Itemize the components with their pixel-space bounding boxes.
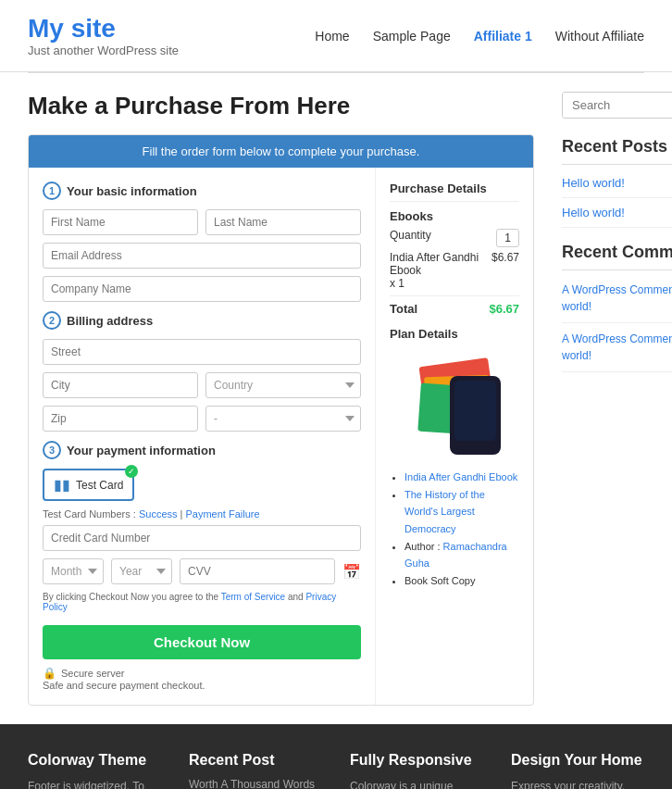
zip-row: -: [43, 406, 361, 432]
site-tagline: Just another WordPress site: [28, 44, 179, 57]
nav-without-affiliate[interactable]: Without Affiliate: [555, 29, 644, 44]
name-row: [43, 209, 361, 235]
bullet4: Book Soft Copy: [404, 572, 519, 590]
checkout-button[interactable]: Checkout Now: [43, 625, 361, 659]
form-header-bar: Fill the order form below to complete yo…: [29, 135, 533, 168]
footer-col3: Fully Responsive Colorway is a unique re…: [350, 752, 483, 789]
page-title: Make a Purchase From Here: [28, 92, 534, 120]
footer-col1-title: Colorway Theme: [28, 752, 161, 769]
plan-details-title: Plan Details: [390, 327, 519, 341]
dash-select[interactable]: -: [205, 406, 361, 432]
site-title: My site: [28, 14, 179, 44]
footer-col3-title: Fully Responsive: [350, 752, 483, 769]
nav-affiliate1[interactable]: Affiliate 1: [474, 29, 532, 44]
terms-text: By clicking Checkout Now you agree to th…: [43, 592, 361, 612]
terms-link[interactable]: Term of Service: [221, 592, 285, 602]
step1-label: Your basic information: [67, 184, 197, 198]
sidebar: 🔍 Recent Posts Hello world! Hello world!…: [562, 92, 672, 706]
site-header: My site Just another WordPress site Home…: [0, 0, 672, 72]
footer-col3-text: Colorway is a unique responsive WordPres…: [350, 778, 483, 789]
ebook-visual: [390, 348, 519, 469]
email-row: [43, 243, 361, 269]
product-price: $6.67: [492, 251, 519, 292]
bullet2: The History of the World's Largest Democ…: [404, 486, 519, 538]
search-box: 🔍: [562, 92, 672, 119]
main-nav: Home Sample Page Affiliate 1 Without Aff…: [315, 29, 644, 44]
cc-number-input[interactable]: [43, 525, 361, 551]
street-input[interactable]: [43, 339, 361, 365]
step3-header: 3 Your payment information: [43, 441, 361, 459]
purchase-details-title: Purchase Details: [390, 182, 519, 202]
quantity-label: Quantity: [390, 229, 431, 247]
bullet1: India After Gandhi Ebook: [404, 469, 519, 486]
phone-screen: [454, 381, 496, 441]
month-select[interactable]: Month: [43, 558, 104, 584]
first-name-input[interactable]: [43, 209, 198, 235]
card-label: Test Card: [76, 479, 123, 492]
nav-sample-page[interactable]: Sample Page: [373, 29, 451, 44]
company-input[interactable]: [43, 276, 361, 302]
footer-col1: Colorway Theme Footer is widgetized. To …: [28, 752, 161, 789]
content-wrapper: Make a Purchase From Here Fill the order…: [0, 73, 672, 724]
company-row: [43, 276, 361, 302]
calendar-icon: 📅: [342, 558, 361, 584]
footer-col4-title: Design Your Home: [511, 752, 644, 769]
city-input[interactable]: [43, 372, 198, 398]
comment1-author[interactable]: A WordPress Commenter: [562, 283, 672, 296]
email-input[interactable]: [43, 243, 361, 269]
cvv-input[interactable]: [180, 558, 335, 584]
comment-2: A WordPress Commenter on Hello world!: [562, 331, 672, 372]
country-select[interactable]: Country: [205, 372, 361, 398]
sidebar-post-2[interactable]: Hello world!: [562, 206, 672, 228]
zip-input[interactable]: [43, 406, 198, 432]
total-row: Total $6.67: [390, 295, 519, 316]
step1-circle: 1: [43, 182, 61, 200]
ebooks-label: Ebooks: [390, 209, 519, 223]
purchase-box: Fill the order form below to complete yo…: [28, 134, 534, 706]
lock-icon: 🔒: [43, 667, 56, 680]
book-stack: [408, 362, 501, 455]
step1-header: 1 Your basic information: [43, 182, 361, 200]
credit-card-icon: ▮▮: [54, 476, 70, 494]
year-select[interactable]: Year: [111, 558, 172, 584]
footer-main: Colorway Theme Footer is widgetized. To …: [0, 724, 672, 789]
card-details-row: Month Year 📅: [43, 558, 361, 584]
test-card-button[interactable]: ▮▮ Test Card ✓: [43, 469, 134, 501]
cc-row: [43, 525, 361, 551]
failure-link[interactable]: Payment Failure: [186, 508, 260, 520]
total-label: Total: [390, 302, 417, 316]
footer-col4-text: Express your creativity, find inspiratio…: [511, 778, 644, 789]
comment2-author[interactable]: A WordPress Commenter: [562, 332, 672, 345]
bullet3: Author : Ramachandra Guha: [404, 538, 519, 572]
sidebar-post-1[interactable]: Hello world!: [562, 176, 672, 198]
quantity-row: Quantity 1: [390, 229, 519, 247]
footer-col1-text: Footer is widgetized. To setup the foote…: [28, 778, 161, 789]
footer-col2-link1[interactable]: Worth A Thousand Words: [189, 778, 322, 789]
secure-server: 🔒 Secure server: [43, 667, 361, 680]
safe-text: Safe and secure payment checkout.: [43, 680, 361, 691]
plan-bullet-list: India After Gandhi Ebook The History of …: [390, 469, 519, 590]
footer-col4: Design Your Home Express your creativity…: [511, 752, 644, 789]
product-row: India After Gandhi Ebook x 1 $6.67: [390, 251, 519, 292]
site-branding: My site Just another WordPress site: [28, 14, 179, 57]
step3-label: Your payment information: [67, 444, 216, 457]
right-details: Purchase Details Ebooks Quantity 1 India…: [376, 168, 533, 705]
recent-posts-title: Recent Posts: [562, 137, 672, 165]
product-name: India After Gandhi Ebook x 1: [390, 251, 492, 290]
city-country-row: Country: [43, 372, 361, 398]
step2-circle: 2: [43, 311, 61, 330]
last-name-input[interactable]: [205, 209, 361, 235]
purchase-form-area: 1 Your basic information: [29, 168, 533, 705]
street-row: [43, 339, 361, 365]
footer-col2: Recent Post Worth A Thousand Words Categ…: [189, 752, 322, 789]
test-card-links: Test Card Numbers : Success | Payment Fa…: [43, 508, 361, 520]
search-input[interactable]: [563, 93, 672, 118]
step2-header: 2 Billing address: [43, 311, 361, 330]
success-link[interactable]: Success: [139, 508, 178, 520]
phone-graphic: [450, 376, 501, 455]
nav-home[interactable]: Home: [315, 29, 349, 44]
check-badge: ✓: [125, 465, 138, 478]
comment-1: A WordPress Commenter on Hello world!: [562, 282, 672, 323]
step3-circle: 3: [43, 441, 61, 459]
left-form: 1 Your basic information: [29, 168, 376, 705]
